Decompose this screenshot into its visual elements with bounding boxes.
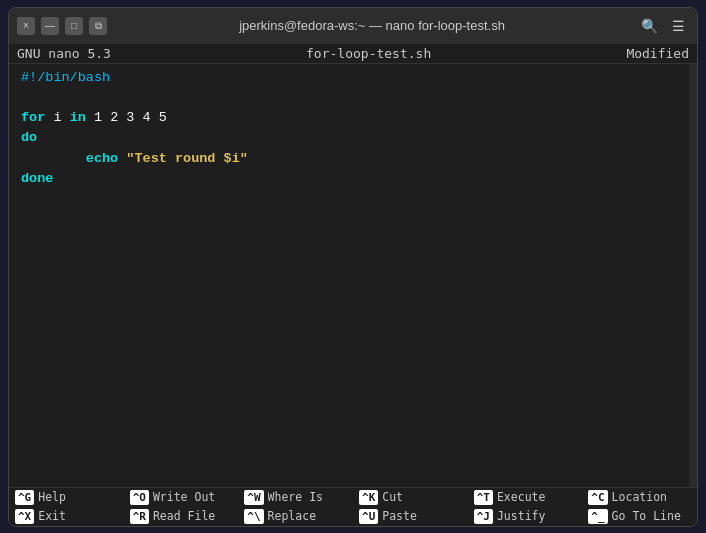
search-button[interactable]: 🔍 <box>637 16 662 36</box>
line-shebang: #!/bin/bash <box>21 68 685 88</box>
shortcut-exit[interactable]: ^X Exit <box>9 507 124 526</box>
label-paste: Paste <box>382 509 417 523</box>
key-ctrl-j: ^J <box>474 509 493 524</box>
shortcut-bar: ^G Help ^O Write Out ^W Where Is ^K Cut … <box>9 487 697 526</box>
terminal-window: × — □ ⧉ jperkins@fedora-ws:~ — nano for-… <box>8 7 698 527</box>
titlebar-actions: 🔍 ☰ <box>637 16 689 36</box>
key-ctrl-g: ^G <box>15 490 34 505</box>
minimize-button[interactable]: — <box>41 17 59 35</box>
label-where-is: Where Is <box>268 490 323 504</box>
shortcut-location[interactable]: ^C Location <box>582 488 697 507</box>
key-ctrl-c: ^C <box>588 490 607 505</box>
label-go-to-line: Go To Line <box>612 509 681 523</box>
nano-status-bar: GNU nano 5.3 for-loop-test.sh Modified <box>9 44 697 64</box>
shortcut-write-out[interactable]: ^O Write Out <box>124 488 239 507</box>
shortcut-cut[interactable]: ^K Cut <box>353 488 468 507</box>
shortcut-row-2: ^X Exit ^R Read File ^\ Replace ^U Paste… <box>9 507 697 526</box>
line-do: do <box>21 128 685 148</box>
scrollbar[interactable] <box>689 64 697 487</box>
shortcut-row-1: ^G Help ^O Write Out ^W Where Is ^K Cut … <box>9 488 697 507</box>
shortcut-justify[interactable]: ^J Justify <box>468 507 583 526</box>
label-execute: Execute <box>497 490 545 504</box>
maximize-button[interactable]: □ <box>65 17 83 35</box>
key-ctrl-r: ^R <box>130 509 149 524</box>
editor-content: #!/bin/bash for i in 1 2 3 4 5 do echo "… <box>21 68 685 190</box>
label-exit: Exit <box>38 509 66 523</box>
nano-filename: for-loop-test.sh <box>306 46 431 61</box>
label-cut: Cut <box>382 490 403 504</box>
key-ctrl-w: ^W <box>244 490 263 505</box>
nano-modified: Modified <box>626 46 689 61</box>
key-ctrl-u: ^U <box>359 509 378 524</box>
key-ctrl-x: ^X <box>15 509 34 524</box>
shortcut-read-file[interactable]: ^R Read File <box>124 507 239 526</box>
line-for: for i in 1 2 3 4 5 <box>21 108 685 128</box>
titlebar: × — □ ⧉ jperkins@fedora-ws:~ — nano for-… <box>9 8 697 44</box>
editor-area[interactable]: #!/bin/bash for i in 1 2 3 4 5 do echo "… <box>9 64 697 487</box>
nano-version: GNU nano 5.3 <box>17 46 111 61</box>
shortcut-where-is[interactable]: ^W Where Is <box>238 488 353 507</box>
key-ctrl-o: ^O <box>130 490 149 505</box>
window-title: jperkins@fedora-ws:~ — nano for-loop-tes… <box>107 18 637 33</box>
label-help: Help <box>38 490 66 504</box>
shortcut-paste[interactable]: ^U Paste <box>353 507 468 526</box>
restore-button[interactable]: ⧉ <box>89 17 107 35</box>
shortcut-help[interactable]: ^G Help <box>9 488 124 507</box>
key-ctrl-underscore: ^_ <box>588 509 607 524</box>
menu-button[interactable]: ☰ <box>668 16 689 36</box>
shortcut-replace[interactable]: ^\ Replace <box>238 507 353 526</box>
label-justify: Justify <box>497 509 545 523</box>
label-read-file: Read File <box>153 509 215 523</box>
line-blank <box>21 88 685 108</box>
key-ctrl-k: ^K <box>359 490 378 505</box>
label-replace: Replace <box>268 509 316 523</box>
key-ctrl-backslash: ^\ <box>244 509 263 524</box>
shortcut-execute[interactable]: ^T Execute <box>468 488 583 507</box>
label-location: Location <box>612 490 667 504</box>
close-button[interactable]: × <box>17 17 35 35</box>
window-controls: × — □ ⧉ <box>17 17 107 35</box>
label-write-out: Write Out <box>153 490 215 504</box>
line-done: done <box>21 169 685 189</box>
line-echo: echo "Test round $i" <box>21 149 685 169</box>
key-ctrl-t: ^T <box>474 490 493 505</box>
shortcut-go-to-line[interactable]: ^_ Go To Line <box>582 507 697 526</box>
